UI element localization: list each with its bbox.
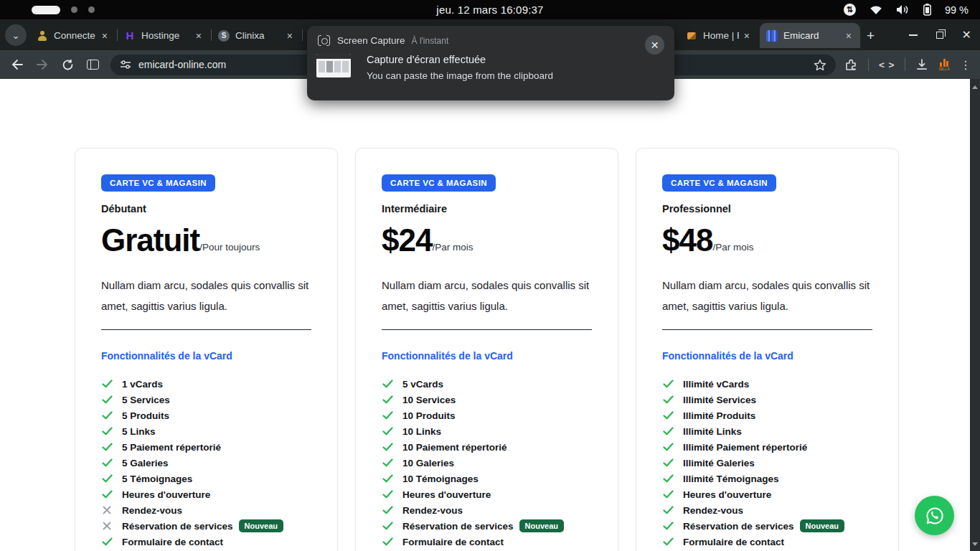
volume-icon[interactable] (896, 4, 910, 15)
tab-title: Hostinge (141, 30, 191, 41)
feature-text: 10 Links (402, 426, 441, 437)
feature-text: Rendez-vous (683, 505, 743, 516)
check-icon (663, 380, 674, 388)
feature-row: 1 vCards (101, 376, 311, 392)
check-icon (102, 427, 113, 435)
scroll-up-arrow-icon[interactable] (972, 85, 978, 89)
feature-row: 5 Produits (101, 408, 311, 423)
feature-text: Illimité Services (683, 395, 756, 405)
tab-close-icon[interactable]: × (100, 30, 110, 42)
notification-close-button[interactable]: ✕ (645, 35, 664, 55)
check-icon (663, 411, 674, 420)
new-feature-badge: Nouveau (800, 519, 844, 532)
battery-icon[interactable] (923, 4, 931, 16)
page-scrollbar[interactable] (970, 79, 980, 551)
plan-badge: CARTE VC & MAGASIN (662, 174, 776, 192)
plan-description: Nullam diam arcu, sodales quis convallis… (662, 275, 872, 316)
feature-text: Réservation de services (122, 521, 233, 532)
feature-text: Illimité vCards (683, 379, 749, 390)
screenshot-thumbnail[interactable] (316, 54, 351, 77)
tab-close-icon[interactable]: × (194, 30, 204, 42)
price-amount: Gratuit (101, 225, 199, 256)
plan-name: Débutant (101, 203, 311, 215)
plan-price: $24 /Par mois (382, 225, 592, 256)
bookmark-star-icon[interactable] (814, 59, 826, 71)
features-title: Fonctionnalités de la vCard (662, 350, 872, 362)
workspace-dot[interactable] (71, 6, 77, 13)
feature-text: Formulaire de contact (683, 537, 784, 547)
check-icon (102, 458, 113, 467)
check-icon (663, 506, 674, 514)
screen-capture-notification: Screen Capture À l'instant ✕ Capture d'é… (307, 26, 674, 100)
feature-text: Illimité Produits (683, 410, 755, 421)
whatsapp-button[interactable] (915, 496, 954, 535)
feature-row: Illimité Services (662, 392, 872, 408)
check-icon (382, 427, 393, 435)
check-icon (663, 537, 674, 546)
downloads-icon[interactable] (915, 58, 928, 71)
feature-row: 10 Galeries (382, 455, 592, 471)
notification-time: À l'instant (412, 36, 449, 46)
battery-percentage: 99 % (945, 4, 969, 16)
scroll-down-arrow-icon[interactable] (972, 542, 978, 546)
tab-close-icon[interactable]: × (285, 30, 295, 42)
wifi-icon[interactable] (870, 5, 882, 15)
feature-row: Illimité Produits (662, 408, 872, 423)
pricing-cards: CARTE VC & MAGASIN Débutant Gratuit /Pou… (0, 79, 970, 551)
browser-tab[interactable]: Connecte × (30, 23, 116, 48)
check-icon (382, 458, 393, 467)
active-workspace-pill[interactable] (32, 6, 60, 14)
tab-search-button[interactable]: ⌄ (5, 24, 27, 46)
browser-tab[interactable]: Home | F × (679, 23, 758, 48)
feature-text: Heures d'ouverture (402, 489, 491, 500)
screen-capture-icon (318, 35, 330, 46)
check-icon (663, 395, 674, 404)
feature-text: 5 Témoignages (122, 474, 192, 484)
price-amount: $24 (382, 225, 432, 256)
plan-badge: CARTE VC & MAGASIN (382, 174, 496, 192)
updates-icon[interactable]: ⇅ (844, 4, 856, 16)
notification-subtitle: You can paste the image from the clipboa… (367, 70, 553, 81)
price-period: /Pour toujours (199, 242, 260, 256)
minimize-icon[interactable] (909, 34, 918, 36)
feature-text: Formulaire de contact (122, 537, 223, 547)
back-icon[interactable] (9, 56, 26, 73)
extensions-icon[interactable] (844, 58, 858, 72)
url-text[interactable]: emicard-online.com (138, 59, 226, 70)
system-bar: jeu. 12 mars 16:09:37 ⇅ 99 % (0, 0, 980, 19)
tab-title: Connecte (54, 30, 97, 41)
feature-row: 5 Galeries (101, 455, 311, 471)
feature-row: Heures d'ouverture (662, 486, 872, 502)
feature-row: Formulaire de contact (101, 534, 311, 550)
divider (662, 329, 872, 330)
feature-text: 10 Paiement répertorié (402, 442, 507, 453)
emicard-icon (766, 30, 778, 42)
menu-kebab-icon[interactable]: ⋮ (960, 58, 971, 72)
feature-row: Heures d'ouverture (382, 486, 592, 502)
workspace-dot[interactable] (88, 6, 95, 13)
restore-icon[interactable] (936, 32, 943, 39)
browser-tab[interactable]: H Hostinge × (118, 23, 210, 48)
tab-close-icon[interactable]: × (742, 30, 752, 42)
browser-tab[interactable]: S Clinixa × (212, 23, 301, 48)
tab-close-icon[interactable]: × (844, 30, 854, 42)
feature-text: 5 Galeries (122, 458, 169, 468)
reload-icon[interactable] (59, 56, 76, 73)
whatsapp-icon (923, 504, 946, 527)
forward-icon[interactable] (34, 56, 51, 73)
browser-tab[interactable]: Emicard × (760, 23, 860, 48)
window-close-icon[interactable]: ✕ (962, 29, 971, 41)
extension-icon-orange[interactable]: SELLA (938, 59, 950, 71)
new-tab-button[interactable]: + (867, 29, 875, 42)
side-panel-icon[interactable] (84, 56, 101, 73)
plan-price: $48 /Par mois (662, 225, 872, 256)
site-settings-icon[interactable] (120, 60, 131, 70)
price-period: /Par mois (712, 242, 753, 256)
system-clock: jeu. 12 mars 16:09:37 (436, 4, 543, 16)
workspace-indicators[interactable] (32, 6, 95, 14)
features-title: Fonctionnalités de la vCard (101, 350, 311, 362)
feature-row: 10 Services (382, 392, 592, 408)
check-icon (382, 522, 393, 530)
feature-row: Rendez-vous (662, 502, 872, 518)
code-extension-icon[interactable]: < > (879, 60, 895, 70)
